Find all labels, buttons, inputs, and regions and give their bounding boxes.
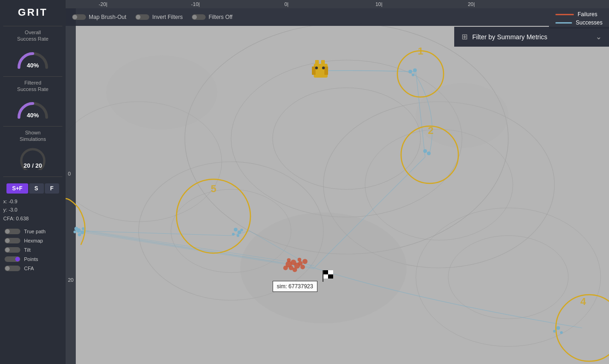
- cfa-knob: [5, 266, 10, 271]
- filtered-success-rate-block: FilteredSuccess Rate 40%: [0, 79, 66, 120]
- svg-rect-77: [323, 270, 328, 274]
- svg-point-40: [80, 231, 84, 234]
- filtered-success-rate-label: FilteredSuccess Rate: [17, 79, 49, 93]
- svg-rect-70: [315, 60, 319, 65]
- svg-text:-20|: -20|: [99, 1, 108, 7]
- svg-point-48: [237, 234, 239, 237]
- svg-point-57: [560, 331, 563, 334]
- svg-text:0: 0: [68, 171, 71, 176]
- svg-point-65: [287, 258, 291, 262]
- sim-tooltip: sim: 67737923: [273, 281, 317, 292]
- svg-text:1: 1: [418, 45, 423, 57]
- svg-point-53: [423, 149, 427, 153]
- svg-rect-79: [323, 274, 328, 279]
- overall-success-rate-label: OverallSuccess Rate: [17, 29, 49, 42]
- svg-rect-14: [66, 0, 609, 8]
- svg-text:0|: 0|: [285, 1, 289, 7]
- cfa-label: CFA: [24, 266, 34, 271]
- shown-simulations-label: ShownSimulations: [20, 129, 46, 143]
- app-title: GRIT: [18, 6, 48, 18]
- filter-metrics-button[interactable]: ⊞ Filter by Summary Metrics ⌄: [454, 27, 609, 47]
- filtered-success-rate-value: 40%: [27, 112, 39, 119]
- filters-off-switch[interactable]: [192, 14, 206, 20]
- svg-text:20|: 20|: [468, 1, 475, 7]
- svg-point-52: [412, 73, 414, 76]
- overall-success-rate-block: OverallSuccess Rate 40%: [0, 29, 66, 70]
- svg-point-51: [413, 68, 417, 72]
- coord-x: x: -0.9: [3, 197, 62, 206]
- hexmap-knob: [5, 238, 10, 243]
- filters-off-toggle[interactable]: Filters Off: [192, 14, 232, 20]
- svg-point-68: [298, 258, 301, 261]
- failures-line: [555, 14, 574, 15]
- svg-point-11: [240, 212, 407, 323]
- successes-label: Successes: [576, 19, 603, 26]
- filters-off-knob: [192, 15, 197, 19]
- svg-rect-71: [321, 60, 325, 65]
- invert-filters-toggle[interactable]: Invert Filters: [135, 14, 183, 20]
- svg-point-56: [553, 330, 556, 333]
- svg-point-55: [556, 326, 560, 330]
- svg-text:2: 2: [428, 125, 433, 136]
- svg-text:5: 5: [211, 183, 216, 194]
- svg-point-12: [106, 55, 217, 129]
- svg-point-62: [283, 266, 288, 270]
- true-path-knob: [5, 229, 10, 234]
- svg-point-42: [78, 233, 81, 237]
- overall-success-rate-gauge: 40%: [14, 44, 51, 70]
- filter-button-group: S+F S F: [7, 183, 58, 194]
- svg-point-49: [232, 233, 235, 236]
- shown-simulations-value: 20 / 20: [24, 162, 42, 169]
- invert-filters-knob: [136, 15, 140, 19]
- svg-rect-15: [66, 8, 76, 364]
- svg-rect-80: [328, 270, 333, 274]
- svg-point-50: [408, 70, 412, 73]
- svg-rect-72: [312, 67, 316, 75]
- top-right-legend: Failures Successes: [549, 8, 609, 29]
- controls-bar: Map Brush-Out Invert Filters Filters Off: [66, 8, 549, 26]
- points-toggle[interactable]: [5, 256, 20, 262]
- svg-point-64: [292, 267, 297, 272]
- sidebar: GRIT OverallSuccess Rate 40% FilteredSuc…: [0, 0, 66, 364]
- chevron-down-icon: ⌄: [596, 32, 602, 41]
- legend-successes: Successes: [555, 19, 603, 26]
- true-path-label: True path: [24, 229, 46, 234]
- overall-success-rate-value: 40%: [27, 62, 39, 69]
- tilt-toggle[interactable]: [5, 247, 20, 253]
- hexmap-label: Hexmap: [24, 238, 43, 243]
- invert-filters-switch[interactable]: [135, 14, 149, 20]
- legend-true-path: True path: [5, 229, 61, 234]
- filter-btn-s[interactable]: S: [29, 183, 44, 194]
- hexmap-toggle[interactable]: [5, 238, 20, 243]
- true-path-toggle[interactable]: [5, 229, 20, 234]
- legend-cfa: CFA: [5, 266, 61, 271]
- legend-hexmap: Hexmap: [5, 238, 61, 243]
- tilt-knob: [5, 248, 10, 252]
- failures-label: Failures: [578, 11, 597, 18]
- svg-rect-73: [324, 67, 328, 75]
- svg-text:20: 20: [68, 277, 73, 283]
- svg-point-45: [234, 228, 238, 231]
- map-brush-out-toggle[interactable]: Map Brush-Out: [72, 14, 126, 20]
- tilt-label: Tilt: [24, 247, 30, 253]
- svg-text:10|: 10|: [375, 1, 382, 7]
- invert-filters-label: Invert Filters: [152, 14, 183, 20]
- svg-point-54: [427, 152, 431, 155]
- successes-line: [555, 22, 572, 24]
- divider-2: [3, 76, 62, 77]
- svg-point-47: [240, 229, 243, 231]
- legend-section: True path Hexmap Tilt Points CFA: [0, 229, 66, 275]
- svg-point-44: [82, 227, 85, 230]
- coord-y: y: -3.0: [3, 206, 62, 214]
- svg-point-13: [416, 83, 508, 148]
- filter-btn-f[interactable]: F: [45, 183, 59, 194]
- divider-4: [3, 176, 62, 177]
- legend-failures: Failures: [555, 11, 603, 18]
- shown-simulations-gauge: 20 / 20: [14, 145, 51, 170]
- filter-metrics-label: Filter by Summary Metrics: [472, 33, 548, 41]
- filter-btn-sf[interactable]: S+F: [6, 183, 28, 194]
- cfa-toggle[interactable]: [5, 266, 20, 271]
- svg-point-67: [303, 259, 308, 264]
- map-brush-out-switch[interactable]: [72, 14, 86, 20]
- svg-point-46: [238, 231, 241, 234]
